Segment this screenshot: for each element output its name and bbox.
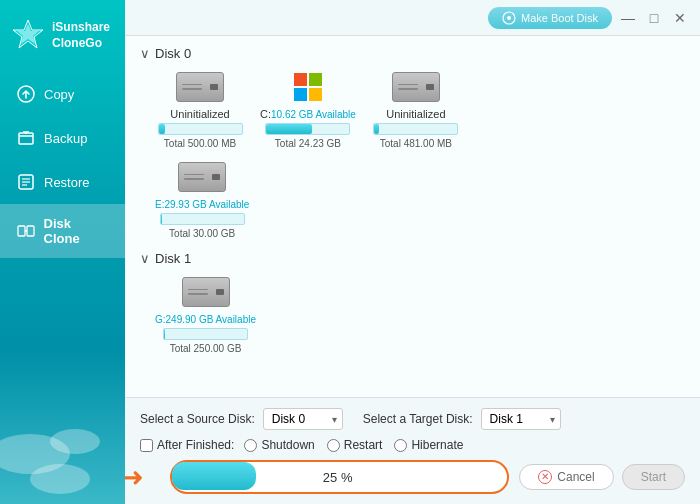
disk-bar-container (265, 123, 350, 135)
hdd-icon (391, 69, 441, 104)
svg-point-15 (507, 16, 511, 20)
disk-label: C:10.62 GB Available (260, 108, 356, 120)
logo-name-line1: iSunshare (52, 20, 110, 34)
disk0-row2: E:29.93 GB Available Total 30.00 GB (140, 159, 685, 239)
disk1-chevron[interactable]: ∨ (140, 251, 150, 266)
hdd-connector (212, 174, 220, 180)
after-finished-label: After Finished: (157, 438, 234, 452)
hibernate-option[interactable]: Hibernate (394, 438, 463, 452)
disk-total: Total 481.00 MB (380, 138, 452, 149)
hdd-line (182, 88, 202, 90)
disk-item[interactable]: G:249.90 GB Available Total 250.00 GB (155, 274, 256, 354)
disk-name: G:249.90 GB Available (155, 314, 256, 325)
disk-label: E:29.93 GB Available (155, 198, 249, 210)
disk-item[interactable]: Uninitialized Total 481.00 MB (371, 69, 461, 149)
hdd-connector (216, 289, 224, 295)
disk-area: ∨ Disk 0 (125, 36, 700, 397)
app-container: iSunshare CloneGo Copy (0, 0, 700, 504)
hdd-lines (188, 289, 208, 295)
sidebar-item-copy[interactable]: Copy (0, 72, 125, 116)
disk-item[interactable]: E:29.93 GB Available Total 30.00 GB (155, 159, 249, 239)
title-bar: Make Boot Disk — □ ✕ (125, 0, 700, 36)
disk-clone-icon (16, 221, 36, 241)
progress-text: 25 % (175, 470, 500, 485)
shutdown-option[interactable]: Shutdown (244, 438, 314, 452)
disk1-title: Disk 1 (155, 251, 191, 266)
hdd-line (184, 174, 204, 176)
svg-rect-12 (27, 226, 34, 236)
sidebar-item-backup-label: Backup (44, 131, 87, 146)
disk0-section: ∨ Disk 0 (140, 46, 685, 239)
sidebar-item-copy-label: Copy (44, 87, 74, 102)
restart-radio[interactable] (327, 439, 340, 452)
hdd-icon (177, 159, 227, 194)
after-finished-checkbox[interactable] (140, 439, 153, 452)
target-disk-select-wrapper: Disk 1 Disk 0 (481, 408, 561, 430)
backup-icon (16, 128, 36, 148)
hdd-line (182, 84, 202, 86)
copy-icon (16, 84, 36, 104)
start-button[interactable]: Start (622, 464, 685, 490)
disk-bar (159, 124, 166, 134)
hdd-lines (184, 174, 204, 180)
shutdown-radio[interactable] (244, 439, 257, 452)
disk-item[interactable]: Uninitialized Total 500.00 MB (155, 69, 245, 149)
disk0-chevron[interactable]: ∨ (140, 46, 150, 61)
disk-bar (374, 124, 379, 134)
disk-total: Total 30.00 GB (169, 228, 235, 239)
target-disk-select[interactable]: Disk 1 Disk 0 (481, 408, 561, 430)
sidebar: iSunshare CloneGo Copy (0, 0, 125, 504)
hibernate-label: Hibernate (411, 438, 463, 452)
disk-name: C:10.62 GB Available (260, 108, 356, 120)
after-finished-checkbox-label[interactable]: After Finished: (140, 438, 234, 452)
disk-total: Total 500.00 MB (164, 138, 236, 149)
disk1-items: G:249.90 GB Available Total 250.00 GB (140, 274, 685, 354)
disk-name: E:29.93 GB Available (155, 199, 249, 210)
sidebar-item-disk-clone-label: Disk Clone (44, 216, 110, 246)
sidebar-item-disk-clone[interactable]: Disk Clone (0, 204, 125, 258)
cancel-button[interactable]: ✕ Cancel (519, 464, 613, 490)
restart-label: Restart (344, 438, 383, 452)
disk-bar (161, 214, 163, 224)
sidebar-item-backup[interactable]: Backup (0, 116, 125, 160)
svg-rect-3 (19, 133, 33, 144)
progress-arrow-indicator: ➜ (122, 462, 144, 493)
hdd-lines (398, 84, 418, 90)
disk1-section: ∨ Disk 1 (140, 251, 685, 354)
disk-total: Total 24.23 GB (275, 138, 341, 149)
progress-row: ➜ 25 % ✕ Cancel Start (140, 460, 685, 494)
logo-icon (10, 18, 46, 54)
disk-item[interactable]: C:10.62 GB Available Total 24.23 GB (260, 69, 356, 149)
hdd-icon (175, 69, 225, 104)
hdd-connector (426, 84, 434, 90)
svg-rect-18 (294, 88, 307, 101)
restore-icon (16, 172, 36, 192)
disk-name: Uninitialized (170, 108, 229, 120)
sidebar-item-restore-label: Restore (44, 175, 90, 190)
hdd-line (188, 289, 208, 291)
action-buttons: ✕ Cancel Start (519, 464, 685, 490)
target-disk-group: Select a Target Disk: Disk 1 Disk 0 (363, 408, 561, 430)
source-disk-select[interactable]: Disk 0 Disk 1 (263, 408, 343, 430)
minimize-button[interactable]: — (618, 8, 638, 28)
start-label: Start (641, 470, 666, 484)
disk-label: Uninitialized (386, 108, 445, 120)
hdd-connector (210, 84, 218, 90)
disk-label: Uninitialized (170, 108, 229, 120)
hdd-line (184, 178, 204, 180)
sidebar-clouds (0, 384, 125, 504)
disk-bar-container (160, 213, 245, 225)
sidebar-item-restore[interactable]: Restore (0, 160, 125, 204)
make-boot-button[interactable]: Make Boot Disk (488, 7, 612, 29)
maximize-button[interactable]: □ (644, 8, 664, 28)
restart-option[interactable]: Restart (327, 438, 383, 452)
disk-name: Uninitialized (386, 108, 445, 120)
disk0-items: Uninitialized Total 500.00 MB (140, 69, 685, 149)
disk-label: G:249.90 GB Available (155, 313, 256, 325)
shutdown-label: Shutdown (261, 438, 314, 452)
hibernate-radio[interactable] (394, 439, 407, 452)
close-button[interactable]: ✕ (670, 8, 690, 28)
source-disk-group: Select a Source Disk: Disk 0 Disk 1 (140, 408, 343, 430)
hdd-line (398, 88, 418, 90)
disk-selectors: Select a Source Disk: Disk 0 Disk 1 Sele… (140, 408, 685, 430)
